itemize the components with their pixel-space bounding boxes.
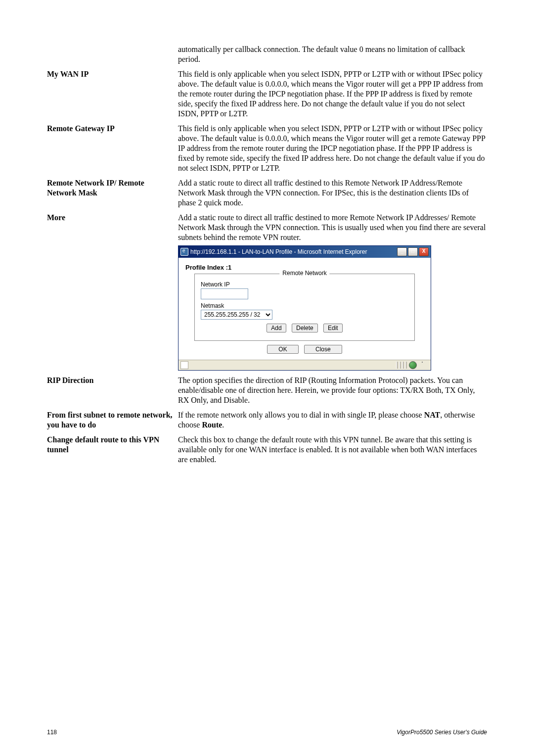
label-more: More — [47, 213, 178, 371]
window-title: http://192.168.1.1 - LAN-to-LAN Profile … — [190, 248, 367, 256]
window-buttons: _ □ X — [397, 247, 429, 256]
maximize-button[interactable]: □ — [408, 247, 418, 256]
desc-first-subnet-pre: If the remote network only allows you to… — [178, 411, 424, 419]
desc-more-text: Add a static route to direct all traffic… — [178, 213, 486, 241]
desc-my-wan-ip: This field is only applicable when you s… — [178, 69, 487, 119]
delete-button[interactable]: Delete — [292, 324, 318, 332]
titlebar-left: http://192.168.1.1 - LAN-to-LAN Profile … — [180, 248, 367, 256]
row-more: More Add a static route to direct all tr… — [47, 213, 487, 371]
desc-first-subnet-suffix: . — [222, 421, 224, 429]
statusbar — [178, 360, 431, 370]
label-blank — [47, 45, 178, 64]
page-number: 118 — [47, 729, 57, 736]
row-continuation: automatically per callback connection. T… — [47, 45, 487, 64]
status-right — [396, 361, 429, 369]
row-my-wan-ip: My WAN IP This field is only applicable … — [47, 69, 487, 119]
netmask-select[interactable]: 255.255.255.255 / 32 — [201, 310, 272, 320]
ie-icon — [180, 248, 188, 256]
fieldset-legend: Remote Network — [279, 270, 329, 277]
bold-route: Route — [202, 421, 222, 429]
add-button[interactable]: Add — [267, 324, 286, 332]
row-remote-gateway-ip: Remote Gateway IP This field is only app… — [47, 124, 487, 173]
row-first-subnet: From first subnet to remote network, you… — [47, 410, 487, 430]
remote-network-fieldset: Remote Network Network IP Netmask 255.25… — [194, 274, 415, 341]
page-footer: 118 VigorPro5500 Series User's Guide — [47, 729, 487, 736]
label-change-default-route: Change default route to this VPN tunnel — [47, 435, 178, 465]
internet-zone-icon — [409, 361, 417, 369]
row-remote-network: Remote Network IP/ Remote Network Mask A… — [47, 178, 487, 208]
network-ip-label: Network IP — [201, 281, 408, 288]
edit-button[interactable]: Edit — [323, 324, 343, 332]
label-my-wan-ip: My WAN IP — [47, 69, 178, 119]
minimize-button[interactable]: _ — [397, 247, 407, 256]
dialog-button-row: OK Close — [185, 345, 424, 354]
status-left-icon — [180, 361, 188, 369]
row-change-default-route: Change default route to this VPN tunnel … — [47, 435, 487, 465]
netmask-label: Netmask — [201, 302, 408, 310]
ok-button[interactable]: OK — [267, 345, 298, 354]
label-remote-network: Remote Network IP/ Remote Network Mask — [47, 178, 178, 208]
desc-first-subnet: If the remote network only allows you to… — [178, 410, 487, 430]
status-separators — [396, 362, 407, 369]
close-window-button[interactable]: X — [419, 247, 429, 256]
desc-remote-gateway-ip: This field is only applicable when you s… — [178, 124, 487, 173]
row-rip-direction: RIP Direction The option specifies the d… — [47, 376, 487, 405]
desc-rip-direction: The option specifies the direction of RI… — [178, 376, 487, 405]
label-rip-direction: RIP Direction — [47, 376, 178, 405]
desc-remote-network: Add a static route to direct all traffic… — [178, 178, 487, 208]
dialog-body: Profile Index :1 Remote Network Network … — [178, 258, 431, 360]
close-button[interactable]: Close — [304, 345, 342, 354]
fieldset-button-row: Add Delete Edit — [201, 324, 408, 332]
desc-continuation: automatically per callback connection. T… — [178, 45, 487, 64]
titlebar: http://192.168.1.1 - LAN-to-LAN Profile … — [178, 246, 431, 258]
footer-guide-title: VigorPro5500 Series User's Guide — [397, 729, 487, 736]
resize-grip-icon — [422, 362, 429, 369]
bold-nat: NAT — [424, 411, 441, 419]
label-remote-gateway-ip: Remote Gateway IP — [47, 124, 178, 173]
network-ip-input[interactable] — [201, 288, 248, 299]
desc-more: Add a static route to direct all traffic… — [178, 213, 487, 371]
label-first-subnet: From first subnet to remote network, you… — [47, 410, 178, 430]
desc-change-default-route: Check this box to change the default rou… — [178, 435, 487, 465]
lan-profile-dialog: http://192.168.1.1 - LAN-to-LAN Profile … — [178, 245, 431, 371]
